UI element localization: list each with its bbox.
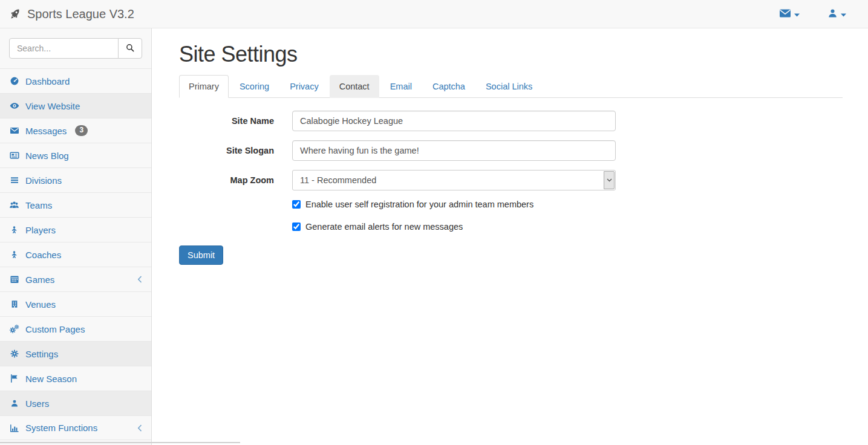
- top-navbar: Sports League V3.2: [0, 0, 868, 28]
- email-alerts-checkbox[interactable]: [292, 223, 301, 231]
- tab-scoring[interactable]: Scoring: [230, 75, 279, 98]
- sidebar-item-games[interactable]: Games: [0, 267, 151, 291]
- self-registration-label: Enable user self registration for your a…: [305, 200, 534, 209]
- sidebar-item-users[interactable]: Users: [0, 391, 151, 415]
- sidebar-item-label: Settings: [25, 349, 58, 359]
- sidebar-item-teams[interactable]: Teams: [0, 192, 151, 217]
- tachometer-icon: [9, 76, 19, 86]
- form-row-site-name: Site Name: [179, 111, 843, 131]
- sidebar-item-label: Custom Pages: [25, 324, 85, 334]
- search-bar: [0, 28, 151, 68]
- navbar-right: [779, 8, 846, 20]
- sidebar-item-divisions[interactable]: Divisions: [0, 167, 151, 192]
- self-registration-checkbox[interactable]: [292, 200, 301, 209]
- user-icon: [9, 398, 19, 408]
- map-zoom-select[interactable]: 11 - Recommended: [292, 170, 616, 190]
- caret-down-icon: [794, 9, 800, 19]
- user-dropdown[interactable]: [827, 8, 846, 20]
- sidebar-item-system-functions[interactable]: System Functions: [0, 415, 151, 440]
- messages-badge: 3: [75, 125, 88, 135]
- search-button[interactable]: [118, 38, 142, 59]
- site-slogan-input[interactable]: [292, 140, 616, 161]
- rocket-icon: [8, 7, 22, 21]
- site-slogan-label: Site Slogan: [179, 146, 283, 155]
- email-alerts-label: Generate email alerts for new messages: [305, 222, 463, 232]
- sidebar-item-venues[interactable]: Venues: [0, 291, 151, 316]
- flag-icon: [9, 374, 19, 383]
- sidebar-item-label: Dashboard: [25, 76, 70, 86]
- child-icon: [9, 250, 19, 259]
- eye-icon: [9, 101, 19, 111]
- sidebar: Dashboard View Website Messages 3: [0, 28, 152, 445]
- sidebar-item-label: Venues: [25, 299, 56, 310]
- submit-button[interactable]: Submit: [179, 245, 223, 265]
- caret-down-icon: [841, 9, 846, 19]
- tab-contact[interactable]: Contact: [330, 75, 379, 98]
- building-icon: [9, 299, 19, 309]
- sidebar-item-label: Coaches: [25, 250, 61, 260]
- form-row-site-slogan: Site Slogan: [179, 140, 843, 161]
- sidebar-item-label: Divisions: [25, 175, 62, 186]
- user-icon: [827, 8, 838, 20]
- bottom-divider: [0, 442, 240, 443]
- sidebar-item-label: Players: [25, 225, 56, 235]
- tab-primary[interactable]: Primary: [179, 75, 229, 98]
- sidebar-item-settings[interactable]: Settings: [0, 341, 151, 366]
- form-row-map-zoom: Map Zoom 11 - Recommended: [179, 170, 843, 190]
- sidebar-item-dashboard[interactable]: Dashboard: [0, 68, 151, 93]
- bar-chart-icon: [9, 423, 19, 433]
- map-zoom-label: Map Zoom: [179, 175, 283, 185]
- sidebar-item-players[interactable]: Players: [0, 217, 151, 242]
- sidebar-item-label: Users: [25, 398, 49, 409]
- cogs-icon: [9, 324, 19, 334]
- chevron-left-icon: [137, 424, 142, 432]
- sidebar-item-coaches[interactable]: Coaches: [0, 242, 151, 267]
- map-zoom-selected-value: 11 - Recommended: [300, 175, 376, 185]
- brand-title: Sports League V3.2: [27, 7, 134, 21]
- tab-email[interactable]: Email: [380, 75, 422, 98]
- list-icon: [9, 175, 19, 185]
- tab-social-links[interactable]: Social Links: [476, 75, 542, 98]
- sidebar-item-custom-pages[interactable]: Custom Pages: [0, 316, 151, 341]
- users-icon: [9, 200, 19, 210]
- calendar-icon: [9, 274, 19, 284]
- sidebar-item-messages[interactable]: Messages 3: [0, 118, 151, 143]
- site-name-input[interactable]: [292, 111, 616, 131]
- tab-privacy[interactable]: Privacy: [280, 75, 328, 98]
- mail-dropdown[interactable]: [779, 8, 800, 20]
- search-input[interactable]: [9, 38, 119, 59]
- sidebar-item-label: Messages: [25, 126, 67, 136]
- tab-bar: Primary Scoring Privacy Contact Email Ca…: [179, 75, 843, 98]
- search-icon: [126, 44, 134, 54]
- sidebar-item-label: View Website: [25, 101, 80, 111]
- sidebar-item-label: News Blog: [25, 151, 69, 161]
- envelope-icon: [9, 126, 19, 135]
- site-settings-form: Site Name Site Slogan Map Zoom 11 - Reco…: [179, 111, 843, 265]
- cog-icon: [9, 349, 19, 359]
- main-content: Site Settings Primary Scoring Privacy Co…: [152, 28, 868, 445]
- sidebar-item-view-website[interactable]: View Website: [0, 93, 151, 118]
- sidebar-item-news-blog[interactable]: News Blog: [0, 143, 151, 167]
- site-name-label: Site Name: [179, 116, 283, 126]
- chevron-down-icon: [604, 171, 615, 189]
- page-title: Site Settings: [179, 44, 843, 65]
- envelope-icon: [779, 8, 791, 20]
- checkbox-row-self-registration: Enable user self registration for your a…: [292, 200, 843, 209]
- sidebar-menu: Dashboard View Website Messages 3: [0, 68, 151, 440]
- newspaper-icon: [9, 151, 19, 160]
- brand[interactable]: Sports League V3.2: [8, 7, 134, 21]
- sidebar-item-label: Teams: [25, 200, 52, 210]
- sidebar-item-new-season[interactable]: New Season: [0, 366, 151, 391]
- sidebar-item-label: Games: [25, 274, 54, 285]
- child-icon: [9, 225, 19, 235]
- chevron-left-icon: [137, 276, 142, 283]
- tab-captcha[interactable]: Captcha: [423, 75, 475, 98]
- sidebar-item-label: System Functions: [25, 423, 97, 433]
- checkbox-row-email-alerts: Generate email alerts for new messages: [292, 222, 843, 232]
- sidebar-item-label: New Season: [25, 374, 77, 384]
